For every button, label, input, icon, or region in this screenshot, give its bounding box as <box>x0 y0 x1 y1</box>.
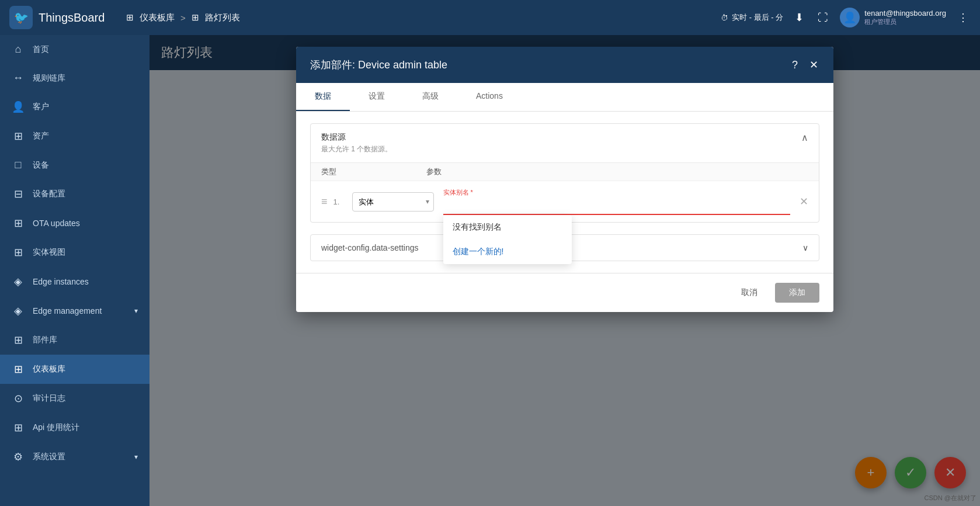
sidebar-item-label: OTA updates <box>33 219 138 228</box>
sidebar-item-edge-instances[interactable]: ◈ Edge instances <box>0 267 150 296</box>
audit-icon: ⊙ <box>12 392 25 405</box>
sidebar-item-label: 审计日志 <box>33 393 138 404</box>
datasource-subtitle: 最大允许 1 个数据源。 <box>321 144 392 154</box>
alias-create-link[interactable]: 创建一个新的! <box>443 240 572 264</box>
sidebar-item-label: 客户 <box>33 102 138 112</box>
breadcrumb-home[interactable]: 仪表板库 <box>140 12 175 23</box>
tab-data[interactable]: 数据 <box>296 83 350 111</box>
alias-label: 实体别名 * <box>443 188 790 197</box>
datasource-columns: 类型 参数 <box>311 162 819 181</box>
app-name: ThingsBoard <box>39 11 105 25</box>
sidebar-item-label: Edge instances <box>33 277 138 286</box>
datasource-title: 数据源 <box>321 132 392 143</box>
rules-icon: ↔ <box>12 72 25 84</box>
dialog-body: 数据源 最大允许 1 个数据源。 ∧ 类型 参数 ≡ <box>296 112 833 273</box>
alias-field-container: 实体别名 * 没有找到别名 创建一个新的! <box>443 188 790 215</box>
sidebar-item-widgets[interactable]: ⊞ 部件库 <box>0 325 150 355</box>
fullscreen-icon[interactable]: ⛶ <box>815 9 830 26</box>
download-icon[interactable]: ⬇ <box>793 9 806 26</box>
expand-icon: ▾ <box>134 307 138 315</box>
breadcrumb: ⊞ 仪表板库 > ⊞ 路灯列表 <box>126 12 721 23</box>
home-icon: ⌂ <box>12 43 25 56</box>
sidebar-item-edge-management[interactable]: ◈ Edge management ▾ <box>0 296 150 325</box>
settings-icon: ⚙ <box>12 450 25 463</box>
user-info: 👤 tenant@thingsboard.org 租户管理员 <box>840 8 946 27</box>
breadcrumb-sep: > <box>180 13 186 23</box>
sidebar: ⌂ 首页 ↔ 规则链库 👤 客户 ⊞ 资产 □ 设备 ⊟ 设备配置 ⊞ OTA … <box>0 35 150 506</box>
customers-icon: 👤 <box>12 100 25 113</box>
sidebar-item-label: 仪表板库 <box>33 364 138 375</box>
sidebar-item-home[interactable]: ⌂ 首页 <box>0 35 150 64</box>
user-text: tenant@thingsboard.org 租户管理员 <box>864 9 946 26</box>
sidebar-item-label: 实体视图 <box>33 247 138 258</box>
widgets-icon: ⊞ <box>12 334 25 346</box>
dialog-header: 添加部件: Device admin table ? ✕ <box>296 47 833 83</box>
alias-dropdown: 没有找到别名 创建一个新的! <box>443 215 572 264</box>
add-button[interactable]: 添加 <box>775 283 819 303</box>
alias-input[interactable] <box>443 198 790 215</box>
sidebar-item-label: 规则链库 <box>33 73 138 84</box>
clock-icon: ⏱ <box>721 13 728 22</box>
more-menu-icon[interactable]: ⋮ <box>955 9 971 26</box>
logo-icon: 🐦 <box>9 6 33 29</box>
tab-actions[interactable]: Actions <box>457 83 522 111</box>
config-section-label: widget-config.data-settings <box>321 243 419 252</box>
sidebar-item-dashboards[interactable]: ⊞ 仪表板库 <box>0 355 150 384</box>
row-number: 1. <box>333 197 345 206</box>
sidebar-item-ota[interactable]: ⊞ OTA updates <box>0 209 150 238</box>
devices-icon: □ <box>12 159 25 171</box>
ota-icon: ⊞ <box>12 217 25 230</box>
edge-management-icon: ◈ <box>12 304 25 317</box>
sidebar-item-settings[interactable]: ⚙ 系统设置 ▾ <box>0 442 150 472</box>
time-label: ⏱ 实时 - 最后 - 分 <box>721 12 783 23</box>
logo-area: 🐦 ThingsBoard <box>9 6 126 29</box>
sidebar-item-entity-view[interactable]: ⊞ 实体视图 <box>0 238 150 267</box>
dialog-footer: 取消 添加 <box>296 273 833 312</box>
breadcrumb-current: 路灯列表 <box>205 12 240 23</box>
main-layout: ⌂ 首页 ↔ 规则链库 👤 客户 ⊞ 资产 □ 设备 ⊟ 设备配置 ⊞ OTA … <box>0 35 980 506</box>
sidebar-item-label: Edge management <box>33 306 126 316</box>
settings-expand-icon: ▾ <box>134 453 138 461</box>
sidebar-item-label: 设备配置 <box>33 189 138 199</box>
sidebar-item-assets[interactable]: ⊞ 资产 <box>0 122 150 151</box>
row-delete-icon[interactable]: ✕ <box>800 195 808 208</box>
assets-icon: ⊞ <box>12 130 25 143</box>
breadcrumb-current-icon: ⊞ <box>192 12 199 23</box>
tab-settings[interactable]: 设置 <box>350 83 404 111</box>
config-expand-icon: ∨ <box>802 243 808 252</box>
sidebar-item-customers[interactable]: 👤 客户 <box>0 92 150 122</box>
sidebar-item-label: 设备 <box>33 160 138 171</box>
datasource-row: ≡ 1. 实体 ▾ 实体别名 * <box>311 181 819 222</box>
type-select-wrapper: 实体 ▾ <box>352 192 434 212</box>
datasource-collapse-icon[interactable]: ∧ <box>801 132 808 143</box>
datasource-section-header[interactable]: 数据源 最大允许 1 个数据源。 ∧ <box>311 124 819 162</box>
sidebar-item-rules[interactable]: ↔ 规则链库 <box>0 64 150 92</box>
sidebar-item-device-profiles[interactable]: ⊟ 设备配置 <box>0 179 150 209</box>
api-stats-icon: ⊞ <box>12 421 25 434</box>
cancel-button[interactable]: 取消 <box>731 283 768 303</box>
dialog-title: 添加部件: Device admin table <box>310 58 791 72</box>
type-select[interactable]: 实体 <box>352 192 434 212</box>
sidebar-item-audit[interactable]: ⊙ 审计日志 <box>0 384 150 413</box>
sidebar-item-label: 首页 <box>33 44 138 55</box>
dialog-overlay: 添加部件: Device admin table ? ✕ 数据 设置 <box>150 35 980 506</box>
sidebar-item-devices[interactable]: □ 设备 <box>0 151 150 179</box>
content-area: 路灯列表 添加部件: Device admin table ? ✕ 数据 <box>150 35 980 506</box>
sidebar-item-api-stats[interactable]: ⊞ Api 使用统计 <box>0 413 150 442</box>
dialog-header-icons: ? ✕ <box>791 57 819 72</box>
edge-instances-icon: ◈ <box>12 275 25 288</box>
datasource-section: 数据源 最大允许 1 个数据源。 ∧ 类型 参数 ≡ <box>310 123 819 223</box>
datasource-section-info: 数据源 最大允许 1 个数据源。 <box>321 132 392 154</box>
user-role: 租户管理员 <box>864 18 946 26</box>
top-header: 🐦 ThingsBoard ⊞ 仪表板库 > ⊞ 路灯列表 ⏱ 实时 - 最后 … <box>0 0 980 35</box>
dialog: 添加部件: Device admin table ? ✕ 数据 设置 <box>296 47 833 312</box>
drag-handle-icon[interactable]: ≡ <box>321 196 328 208</box>
tab-advanced[interactable]: 高级 <box>404 83 457 111</box>
dialog-help-icon[interactable]: ? <box>791 58 799 72</box>
col-type-header: 类型 <box>321 167 426 177</box>
device-profiles-icon: ⊟ <box>12 188 25 200</box>
sidebar-item-label: 资产 <box>33 131 138 141</box>
col-params-header: 参数 <box>426 167 808 177</box>
dialog-close-icon[interactable]: ✕ <box>808 57 819 72</box>
sidebar-item-label: 系统设置 <box>33 452 126 462</box>
